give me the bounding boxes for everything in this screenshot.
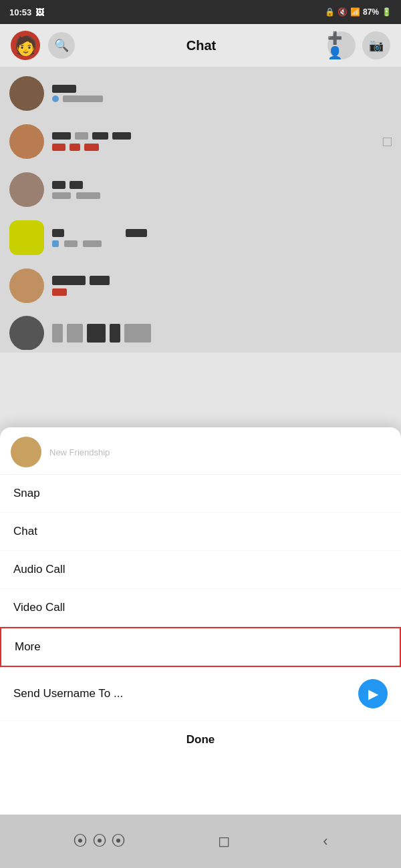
avatar <box>9 124 44 159</box>
chat-right-icon: □ <box>383 133 392 150</box>
blurred-dot <box>52 240 59 247</box>
blurred-sub <box>52 192 71 199</box>
chat-info <box>52 324 392 343</box>
blurred-tag <box>52 144 65 151</box>
done-button[interactable]: Done <box>0 721 401 758</box>
blurred-block5 <box>124 324 151 343</box>
avatar <box>9 316 44 350</box>
add-friend-icon: ➕👤 <box>327 31 356 60</box>
blurred-name <box>52 229 64 237</box>
blurred-tag3 <box>84 144 99 151</box>
chat-info <box>52 276 392 296</box>
blurred-name <box>52 181 65 189</box>
nav-bar: 🧑 🔍 Chat ➕👤 📷 <box>0 24 401 67</box>
chat-info <box>52 181 392 199</box>
context-friendship-label: New Friendship <box>49 447 110 457</box>
avatar <box>9 172 44 207</box>
bottom-menu-icon[interactable]: ⦿ ⦿ ⦿ <box>68 827 130 855</box>
mute-icon: 🔇 <box>338 7 348 17</box>
avatar <box>9 220 44 255</box>
user-avatar[interactable]: 🧑 <box>11 31 40 60</box>
context-menu-overlay: New Friendship Snap Chat Audio Call Vide… <box>0 427 401 815</box>
send-username-row[interactable]: Send Username To ... ▶ <box>0 667 401 721</box>
chat-info <box>52 229 392 247</box>
lock-icon: 🔒 <box>325 7 335 17</box>
bottom-back-icon[interactable]: ‹ <box>317 827 333 855</box>
blurred-name <box>52 276 86 285</box>
menu-item-snap[interactable]: Snap <box>0 475 401 513</box>
list-item[interactable] <box>0 310 401 350</box>
list-item[interactable] <box>0 214 401 262</box>
blurred-tag <box>52 288 67 296</box>
send-button[interactable]: ▶ <box>358 679 388 708</box>
blurred-name2 <box>70 181 83 189</box>
blurred-block1 <box>52 324 63 343</box>
list-item[interactable] <box>0 262 401 310</box>
context-menu-header: New Friendship <box>0 427 401 475</box>
menu-item-more[interactable]: More <box>0 627 401 667</box>
menu-item-audio-call[interactable]: Audio Call <box>0 551 401 589</box>
status-bar: 10:53 🖼 🔒 🔇 📶 87% 🔋 <box>0 0 401 24</box>
blurred-name3 <box>92 132 108 140</box>
menu-item-video-call[interactable]: Video Call <box>0 589 401 627</box>
nav-left: 🧑 🔍 <box>11 31 75 60</box>
chat-list: □ <box>0 67 401 353</box>
bottom-nav-bar: ⦿ ⦿ ⦿ ◻ ‹ <box>0 815 401 868</box>
send-icon: ▶ <box>368 686 378 702</box>
bottom-home-icon[interactable]: ◻ <box>213 827 235 855</box>
chat-info <box>52 85 392 102</box>
add-friend-button[interactable]: ➕👤 <box>327 31 356 59</box>
blurred-name2 <box>126 229 147 237</box>
blurred-name4 <box>112 132 131 140</box>
blurred-name <box>52 132 71 140</box>
blurred-block3 <box>87 324 106 343</box>
blurred-sub <box>64 240 78 247</box>
list-item[interactable] <box>0 69 401 118</box>
status-time: 10:53 <box>9 7 31 17</box>
blurred-name2 <box>90 276 110 285</box>
status-right: 🔒 🔇 📶 87% 🔋 <box>325 7 392 17</box>
context-avatar <box>11 437 41 467</box>
avatar <box>9 76 44 111</box>
blurred-text <box>63 95 103 102</box>
avatar-emoji: 🧑 <box>14 35 37 57</box>
status-left: 10:53 🖼 <box>9 7 44 17</box>
camera-button[interactable]: 📷 <box>362 31 390 59</box>
menu-item-chat[interactable]: Chat <box>0 513 401 551</box>
blurred-dot <box>52 95 59 102</box>
list-item[interactable]: □ <box>0 118 401 166</box>
camera-icon: 📷 <box>369 38 384 53</box>
page-title: Chat <box>186 38 216 53</box>
image-icon: 🖼 <box>35 7 44 17</box>
avatar <box>9 268 44 303</box>
blurred-name <box>52 85 76 93</box>
search-icon: 🔍 <box>54 38 69 53</box>
blurred-block2 <box>67 324 83 343</box>
list-item[interactable] <box>0 166 401 214</box>
battery-label: 87% <box>363 7 379 17</box>
signal-icon: 📶 <box>350 7 360 17</box>
blurred-name2 <box>75 132 88 140</box>
chat-info <box>52 132 375 151</box>
battery-icon: 🔋 <box>382 7 392 17</box>
blurred-sub2 <box>83 240 102 247</box>
blurred-block4 <box>110 324 120 343</box>
blurred-sub2 <box>76 192 100 199</box>
nav-right: ➕👤 📷 <box>327 31 390 59</box>
search-button[interactable]: 🔍 <box>48 32 75 59</box>
send-username-label: Send Username To ... <box>13 687 123 700</box>
blurred-tag2 <box>70 144 80 151</box>
